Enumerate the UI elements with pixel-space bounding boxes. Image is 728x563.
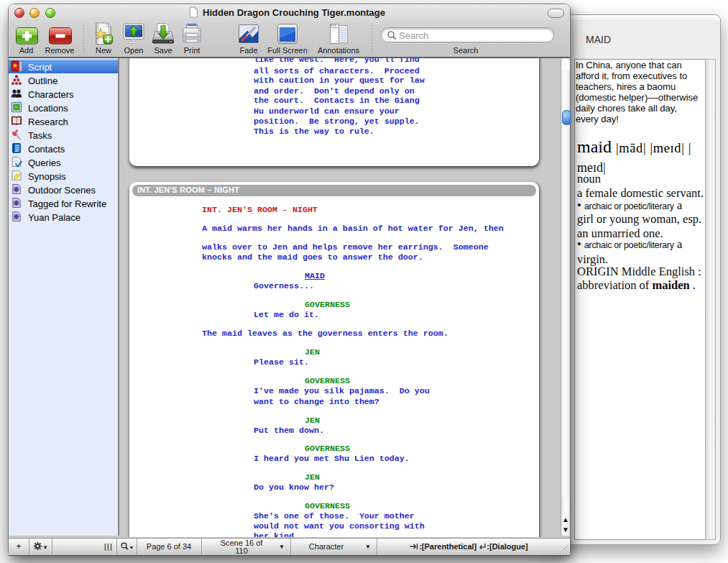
svg-text:❋: ❋ [14,199,20,207]
svg-text:❋: ❋ [14,213,20,221]
svg-text:❋: ❋ [14,186,20,193]
